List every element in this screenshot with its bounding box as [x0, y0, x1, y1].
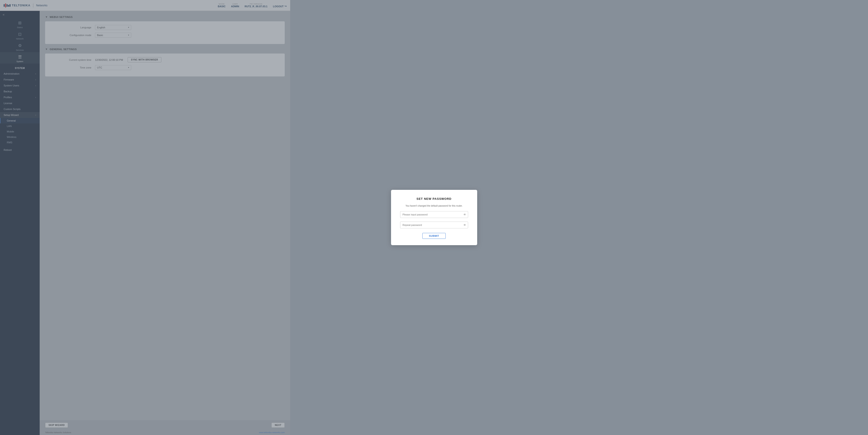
modal-overlay: SET NEW PASSWORD You haven't changed the… [0, 0, 290, 435]
